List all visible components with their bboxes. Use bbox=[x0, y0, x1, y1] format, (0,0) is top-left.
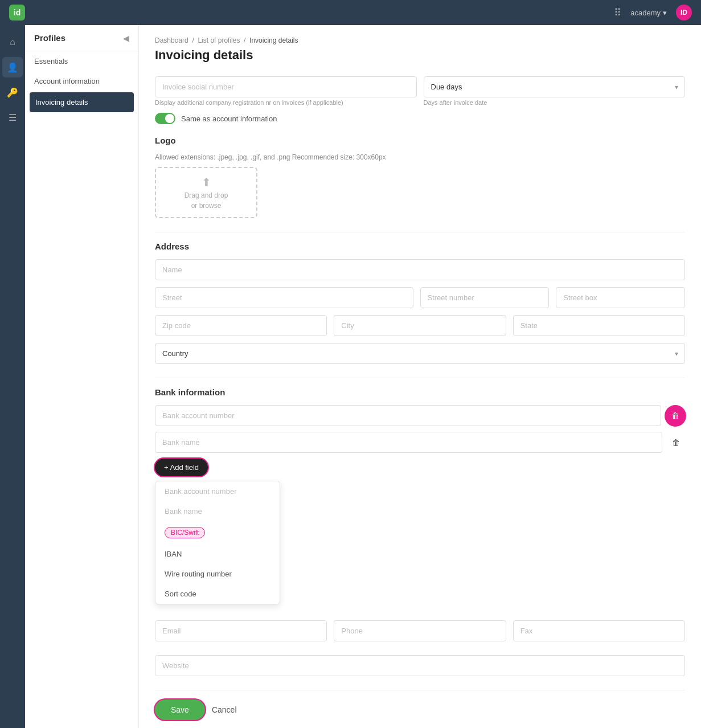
divider-actions bbox=[155, 690, 685, 690]
zip-city-state-row bbox=[155, 315, 685, 336]
website-input[interactable] bbox=[155, 655, 685, 676]
dropdown-sort-code[interactable]: Sort code bbox=[155, 584, 280, 604]
dropdown-iban[interactable]: IBAN bbox=[155, 544, 280, 564]
sidebar-collapse-icon[interactable]: ◀ bbox=[123, 34, 129, 43]
sidebar-title: Profiles bbox=[34, 33, 65, 43]
same-as-account-toggle[interactable] bbox=[155, 113, 175, 124]
logo-title: Logo bbox=[155, 136, 685, 145]
country-wrapper: Country ▾ bbox=[155, 343, 685, 364]
bank-account-row: 🗑 bbox=[155, 405, 685, 426]
same-as-account-row: Same as account information bbox=[155, 113, 685, 124]
bic-badge: BIC/Swift bbox=[165, 527, 205, 538]
breadcrumb-list-of-profiles[interactable]: List of profiles bbox=[198, 36, 240, 44]
due-days-select[interactable]: Due days bbox=[424, 76, 686, 97]
dropdown-bic-swift[interactable]: BIC/Swift bbox=[155, 521, 280, 544]
content-area: Dashboard / List of profiles / Invoicing… bbox=[139, 25, 701, 728]
action-row: Save Cancel bbox=[155, 700, 685, 720]
email-group bbox=[155, 620, 327, 641]
dropdown-bank-account-number: Bank account number bbox=[155, 481, 280, 501]
country-group: Country ▾ bbox=[155, 343, 685, 364]
save-button[interactable]: Save bbox=[155, 700, 205, 720]
street-box-input[interactable] bbox=[556, 287, 685, 308]
grid-icon[interactable]: ⠿ bbox=[614, 6, 621, 19]
state-group bbox=[513, 315, 685, 336]
country-row: Country ▾ bbox=[155, 343, 685, 364]
name-row bbox=[155, 259, 685, 280]
bank-account-input[interactable] bbox=[155, 405, 661, 426]
add-field-dropdown: Bank account number Bank name BIC/Swift … bbox=[155, 481, 280, 604]
topbar-right: ⠿ academy ▾ ID bbox=[614, 5, 692, 21]
bank-name-row: 🗑 bbox=[155, 432, 685, 453]
phone-input[interactable] bbox=[334, 620, 506, 641]
sidebar: Profiles ◀ Essentials Account informatio… bbox=[25, 25, 139, 728]
upload-icon: ⬆ bbox=[202, 175, 211, 189]
topbar: id ⠿ academy ▾ ID bbox=[0, 0, 701, 25]
state-input[interactable] bbox=[513, 315, 685, 336]
address-title: Address bbox=[155, 242, 685, 251]
fax-group bbox=[513, 620, 685, 641]
sidebar-item-invoicing-details[interactable]: Invoicing details bbox=[30, 92, 134, 112]
nav-users-icon[interactable]: 👤 bbox=[2, 57, 23, 77]
bank-title: Bank information bbox=[155, 387, 685, 397]
invoice-social-group: Display additional company registration … bbox=[155, 76, 417, 106]
bank-name-input[interactable] bbox=[155, 432, 662, 453]
sidebar-item-essentials[interactable]: Essentials bbox=[25, 51, 138, 71]
city-input[interactable] bbox=[334, 315, 506, 336]
dropdown-bank-name: Bank name bbox=[155, 501, 280, 521]
street-number-input[interactable] bbox=[420, 287, 550, 308]
user-label: academy bbox=[630, 9, 661, 17]
invoice-social-helper: Display additional company registration … bbox=[155, 99, 417, 106]
zip-input[interactable] bbox=[155, 315, 327, 336]
sidebar-header: Profiles ◀ bbox=[25, 25, 138, 51]
due-days-wrapper: Due days ▾ bbox=[424, 76, 686, 97]
add-field-button[interactable]: + Add field bbox=[155, 459, 208, 476]
address-section: Address bbox=[155, 242, 685, 364]
app-logo: id bbox=[9, 5, 25, 21]
cancel-button[interactable]: Cancel bbox=[212, 705, 237, 714]
add-field-container: + Add field Bank account number Bank nam… bbox=[155, 459, 280, 604]
due-days-group: Due days ▾ Days after invoice date bbox=[424, 76, 686, 106]
website-section bbox=[155, 655, 685, 676]
drag-drop-text: Drag and drop bbox=[185, 191, 228, 199]
website-group bbox=[155, 655, 685, 676]
delete-bank-account-button[interactable]: 🗑 bbox=[666, 406, 685, 426]
country-select[interactable]: Country bbox=[155, 343, 685, 364]
due-days-helper: Days after invoice date bbox=[424, 99, 686, 106]
divider-bank bbox=[155, 378, 685, 378]
sidebar-item-account-information[interactable]: Account information bbox=[25, 71, 138, 91]
name-input[interactable] bbox=[155, 259, 685, 280]
nav-list-icon[interactable]: ☰ bbox=[2, 107, 23, 128]
dropdown-wire-routing[interactable]: Wire routing number bbox=[155, 564, 280, 584]
delete-bank-name-button[interactable]: 🗑 bbox=[667, 433, 685, 452]
street-number-group bbox=[420, 287, 550, 308]
contact-section bbox=[155, 620, 685, 641]
street-input[interactable] bbox=[155, 287, 413, 308]
main-content: Dashboard / List of profiles / Invoicing… bbox=[139, 25, 701, 728]
logo-allowed-text: Allowed extensions: .jpeg, .jpg, .gif, a… bbox=[155, 153, 685, 161]
nav-key-icon[interactable]: 🔑 bbox=[2, 82, 23, 103]
breadcrumb: Dashboard / List of profiles / Invoicing… bbox=[155, 36, 685, 44]
same-as-account-label: Same as account information bbox=[181, 114, 277, 123]
logo-section: Logo Allowed extensions: .jpeg, .jpg, .g… bbox=[155, 136, 685, 218]
divider-address bbox=[155, 232, 685, 232]
street-group bbox=[155, 287, 413, 308]
avatar[interactable]: ID bbox=[676, 5, 692, 21]
street-row bbox=[155, 287, 685, 308]
invoice-row: Display additional company registration … bbox=[155, 76, 685, 106]
name-group bbox=[155, 259, 685, 280]
bank-section: Bank information 🗑 🗑 + Add field Bank ac… bbox=[155, 387, 685, 607]
left-nav: ⌂ 👤 🔑 ☰ bbox=[0, 25, 25, 728]
nav-home-icon[interactable]: ⌂ bbox=[2, 32, 23, 52]
chevron-down-icon: ▾ bbox=[663, 9, 667, 17]
zip-group bbox=[155, 315, 327, 336]
city-group bbox=[334, 315, 506, 336]
email-input[interactable] bbox=[155, 620, 327, 641]
breadcrumb-current: Invoicing details bbox=[249, 36, 298, 44]
breadcrumb-dashboard[interactable]: Dashboard bbox=[155, 36, 188, 44]
street-box-group bbox=[556, 287, 685, 308]
fax-input[interactable] bbox=[513, 620, 685, 641]
page-title: Invoicing details bbox=[155, 48, 685, 63]
invoice-social-number-input[interactable] bbox=[155, 76, 417, 97]
logo-dropzone[interactable]: ⬆ Drag and drop or browse bbox=[155, 167, 257, 218]
user-menu[interactable]: academy ▾ bbox=[630, 9, 667, 17]
